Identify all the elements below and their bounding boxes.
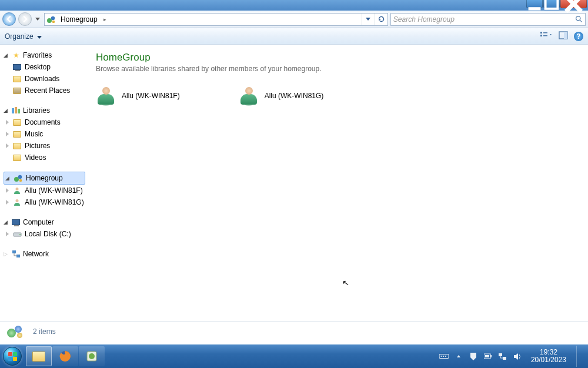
svg-rect-14 — [15, 107, 17, 113]
svg-rect-33 — [490, 355, 492, 357]
navigation-pane: ◢ ★ Favorites Desktop Downloads Recent P… — [0, 45, 85, 321]
network-tray-icon[interactable] — [498, 352, 507, 361]
sidebar-group-libraries[interactable]: ◢ Libraries — [4, 105, 85, 116]
start-button[interactable] — [0, 344, 25, 368]
member-label: Allu (WK-WIN81F) — [122, 92, 180, 100]
svg-rect-15 — [18, 109, 20, 113]
cursor-icon: ↖ — [342, 277, 350, 288]
sidebar-group-favorites[interactable]: ◢ ★ Favorites — [4, 49, 85, 61]
address-dropdown-button[interactable] — [362, 14, 375, 25]
content-pane: HomeGroup Browse available libraries sha… — [85, 45, 588, 321]
svg-point-16 — [14, 177, 19, 182]
show-desktop-button[interactable] — [576, 346, 582, 367]
sidebar-item-videos[interactable]: Videos — [4, 152, 85, 163]
taskbar-app-button[interactable] — [79, 346, 105, 366]
search-placeholder: Search Homegroup — [393, 15, 455, 24]
sidebar-item-desktop[interactable]: Desktop — [4, 61, 85, 73]
svg-point-19 — [16, 188, 19, 190]
svg-rect-29 — [441, 356, 442, 357]
input-indicator-icon[interactable] — [439, 352, 449, 361]
sidebar-item-local-disk[interactable]: Local Disk (C:) — [4, 228, 85, 240]
action-center-icon[interactable] — [469, 352, 478, 361]
homegroup-icon — [46, 15, 56, 24]
window-minimize-button[interactable] — [526, 0, 543, 8]
window-close-button[interactable] — [560, 0, 587, 8]
page-title: HomeGroup — [96, 52, 577, 63]
member-label: Allu (WK-WIN81G) — [265, 92, 324, 100]
svg-point-2 — [47, 18, 52, 23]
svg-point-20 — [16, 199, 19, 202]
nav-forward-button[interactable] — [18, 12, 32, 26]
sidebar-group-computer[interactable]: ◢ Computer — [4, 216, 85, 228]
documents-icon — [12, 118, 22, 127]
window-titlebar — [0, 0, 588, 11]
svg-rect-31 — [445, 356, 446, 357]
sidebar-item-hg-member-1[interactable]: Allu (WK-WIN81F) — [4, 185, 85, 196]
videos-icon — [12, 153, 22, 162]
battery-icon[interactable] — [483, 352, 493, 361]
homegroup-member[interactable]: Allu (WK-WIN81G) — [239, 86, 324, 106]
address-bar[interactable]: Homegroup ▸ — [44, 13, 388, 26]
view-options-button[interactable] — [540, 31, 553, 41]
svg-rect-12 — [564, 32, 567, 39]
sidebar-item-documents[interactable]: Documents — [4, 116, 85, 128]
svg-line-6 — [580, 20, 582, 22]
svg-rect-8 — [540, 35, 542, 36]
help-button[interactable]: ? — [574, 32, 583, 41]
computer-icon — [11, 218, 21, 227]
recent-icon — [12, 86, 22, 95]
nav-history-dropdown[interactable] — [35, 18, 42, 21]
user-avatar-icon — [96, 86, 116, 106]
volume-icon[interactable] — [513, 352, 522, 361]
svg-rect-7 — [540, 32, 542, 34]
sidebar-item-pictures[interactable]: Pictures — [4, 140, 85, 152]
svg-point-22 — [19, 234, 21, 235]
svg-rect-34 — [485, 355, 489, 357]
svg-rect-36 — [503, 357, 506, 360]
refresh-button[interactable] — [375, 14, 387, 25]
svg-rect-30 — [443, 356, 444, 357]
svg-rect-1 — [546, 0, 558, 8]
nav-back-button[interactable] — [2, 12, 16, 26]
window-maximize-button[interactable] — [543, 0, 560, 8]
user-avatar-icon — [239, 86, 259, 106]
svg-point-3 — [51, 16, 55, 19]
network-icon — [11, 249, 21, 259]
homegroup-member[interactable]: Allu (WK-WIN81F) — [96, 86, 180, 106]
sidebar-item-hg-member-2[interactable]: Allu (WK-WIN81G) — [4, 196, 85, 208]
svg-rect-0 — [529, 7, 541, 10]
preview-pane-button[interactable] — [559, 31, 568, 41]
user-icon — [12, 186, 22, 195]
details-pane: 2 items — [0, 321, 588, 341]
taskbar-explorer-button[interactable] — [26, 346, 52, 366]
homegroup-large-icon — [7, 324, 25, 339]
svg-point-5 — [576, 16, 580, 20]
user-icon — [12, 198, 22, 207]
svg-rect-10 — [543, 35, 547, 36]
sidebar-item-recent[interactable]: Recent Places — [4, 85, 85, 96]
music-icon — [12, 129, 22, 139]
pictures-icon — [12, 141, 22, 150]
organize-button[interactable]: Organize — [5, 32, 42, 41]
svg-rect-35 — [499, 353, 502, 356]
sidebar-group-homegroup[interactable]: ◢ Homegroup — [4, 172, 85, 185]
tray-overflow-button[interactable] — [454, 352, 463, 361]
taskbar-clock[interactable]: 19:32 20/01/2023 — [531, 349, 566, 364]
system-tray: 19:32 20/01/2023 — [439, 346, 584, 367]
command-bar: Organize ? — [0, 28, 588, 45]
svg-rect-13 — [12, 108, 14, 113]
search-input[interactable]: Search Homegroup — [390, 13, 586, 26]
svg-point-17 — [18, 175, 22, 179]
sidebar-item-downloads[interactable]: Downloads — [4, 73, 85, 85]
sidebar-item-music[interactable]: Music — [4, 128, 85, 140]
search-icon — [575, 15, 583, 25]
item-count: 2 items — [33, 327, 56, 336]
downloads-icon — [12, 74, 22, 83]
page-subtitle: Browse available libraries shared by oth… — [96, 65, 577, 73]
drive-icon — [12, 229, 22, 239]
taskbar-firefox-button[interactable] — [52, 346, 78, 366]
svg-rect-24 — [16, 255, 20, 257]
svg-point-27 — [89, 353, 95, 359]
breadcrumb[interactable]: Homegroup — [59, 15, 99, 24]
sidebar-group-network[interactable]: ▷ Network — [4, 248, 85, 260]
